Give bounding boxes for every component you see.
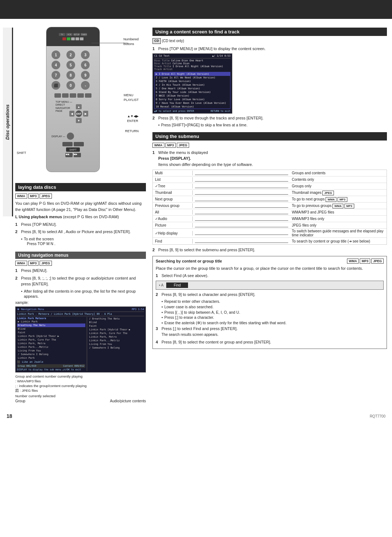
submenu-label-list: List [153,177,193,182]
searching-badge-jpeg: JPEG [371,259,384,264]
submenu-step-2: 2 Press [8, 9] to select the submenu and… [152,247,387,253]
submenu-press-display: Press [DISPLAY]. [158,156,191,160]
content-cd-badges: CD (CD text only) [152,38,387,44]
badge-cd: CD [152,38,161,44]
laying-step-2-text: Press [8, 9] to select All , Audio or Pi… [21,229,131,235]
nav-bullet-1: After listing all the contents in one gr… [21,289,146,299]
searching-step-1: 1 Select Find (A see above). [156,273,384,279]
nav-screen: 🖥 Navigation Menu MP3 1:54 Linkin Park -… [15,306,146,373]
laying-intro: You can play P G files on DVD-RAM or pla… [15,200,146,212]
nav-badge-jpeg: JPEG [40,261,52,266]
searching-header: Searching by content or group title WMA … [156,259,384,264]
laying-badges: WMA MP3 JPEG [15,194,146,199]
nav-annotations: Group and content number currently playi… [15,374,146,398]
submenu-badges: WMA MP3 JPEG [152,143,387,148]
nav-bottom-audio: Audio/picture contents [110,399,146,403]
searching-step-1-text: Select Find (A see above). [162,273,208,279]
submenu-badge-jpeg: JPEG [177,143,189,148]
content-screen-section: Using a content screen to find a track C… [152,28,387,128]
badge-mp3: MP3 [28,194,39,199]
nav-right-3: Faint [89,324,144,328]
nav-right-9: ♪ Somewhere I Belong [89,346,144,350]
nav-screen-info: MP3 1:54 [132,308,144,311]
nav-item-7: Linkin Park...Metriz [17,345,85,349]
searching-section: Searching by content or group title WMA … [152,256,387,349]
nav-annot-wma-text: : WMA/MP3 files [15,379,41,383]
submenu-row-tree: ✓Tree Groups only [153,183,387,190]
nav-right-panel: ♪ Breathing The Netu Blind Faint Linkin … [89,317,144,371]
nav-item-1: ▶ Linkin Park [17,320,85,324]
badge-jpeg: JPEG [40,194,52,199]
nav-screen-footer-left: Group 001/019 Content 009/012 [17,364,85,368]
submenu-step-1-pre: 1 While the menu is displayed Press [DIS… [152,150,387,168]
cd-screen-mockup: C1 Cd Text ▲/ 1/14 0:53 Disc Title Celin… [152,53,232,114]
laying-press-top: Press TOP M N . [27,241,146,246]
nav-bottom-labels: Group Audio/picture contents [15,399,146,403]
searching-bullet-1: Repeat to enter other characters. [162,299,384,304]
submenu-row-picture: Picture JPEG files only [153,222,387,229]
nav-item-8: Living From You [17,349,85,353]
nav-badges: WMA MP3 JPEG [15,261,146,266]
nav-screen-header: 🖥 Navigation Menu MP3 1:54 [17,308,144,312]
submenu-row-multi: Multi Groups and contents [153,170,387,176]
submenu-row-help: ✓Help display To switch between guide me… [153,229,387,238]
badge-cd-note: (CD text only) [162,38,184,44]
badge-wma: WMA [15,194,27,199]
submenu-label-all: All [153,210,193,215]
nav-right-8: Living From You [89,342,144,346]
screen-track-list: ▶ I Drove All Night (Album Version) 2 ♪ … [154,72,230,109]
nav-annot-group-content: Group and content number currently playi… [15,374,146,378]
page-number: 18 [7,413,12,419]
searching-badges: WMA MP3 JPEG [347,259,384,264]
step-L-label: L Using playback menus [15,215,62,219]
submenu-desc-thumbnail: Thumbnail images JPEG [290,190,387,195]
nav-right-1: ♪ Breathing The Netu [89,317,144,321]
nav-item-selected: Breathing The Netu [17,324,85,327]
submenu-row-nextgroup: Next group To go to next groups WMA MP3 [153,196,387,203]
submenu-row-prevgroup: Previous group To go to previous groups … [153,203,387,209]
nav-right-6: Linkin Park, Metro [89,335,144,339]
nav-step-2-text: Press [8, 9, ;, ;, ;] to select the grou… [21,275,146,287]
nav-right-7: Linkin Park...Metriz [89,339,144,342]
nav-item-2: Blind [17,327,85,331]
submenu-label-find: Find [153,239,193,244]
content-bullet-shift: Press [SHIFT]+[PAGE] to skip a few lines… [158,122,387,128]
submenu-label-picture: Picture [153,223,193,228]
nav-step-1: 1 Press [MENU]. [15,268,146,274]
submenu-desc-list: Contents only [290,177,387,182]
nav-screen-title: 🖥 Navigation Menu [17,308,44,311]
submenu-section: Using the submenu WMA MP3 JPEG 1 While t… [152,132,387,349]
submenu-while: While the menu is displayed [158,150,208,155]
submenu-items-note: Items shown differ depending on the type… [158,162,253,167]
searching-bullet-3-text: Press [( , )] to skip between A, E, I, O… [164,310,240,315]
content-step-1: 1 Press [TOP MENU] or [MENU] to display … [152,46,387,52]
screen-header-right: ▲/ 1/14 0:53 [212,54,230,57]
nav-screen-playing: Linkin Park - Meteora / Linkin Park [Hyb… [17,313,144,316]
submenu-desc-nextgroup: To go to next groups WMA MP3 [290,197,387,202]
step-L: L Using playback menus (except P G files… [15,214,146,220]
searching-bullet-2-text: Lower case is also searched. [164,304,213,310]
submenu-step-2-text: Press [8, 9] to select the submenu and p… [158,247,255,253]
page-footer: 18 RQT7700 [0,411,392,421]
find-label: • A [159,283,163,287]
submenu-desc-tree: Groups only [290,184,387,188]
submenu-label-audio: ✓Audio [153,216,193,221]
nav-annot-number-text: Number currently selected [15,394,56,398]
nav-item-4: Linkin Park [Hybrid Theor ▶ [17,334,85,338]
submenu-label-nextgroup: Next group [153,197,193,202]
submenu-table: Multi Groups and contents List Contents … [152,170,387,245]
content-step-2: 2 Press [8, 9] to move through the track… [152,115,387,121]
find-input: Find [166,282,188,288]
searching-step-3-note: The search results screen appears. [162,333,219,337]
content-step-1-text: Press [TOP MENU] or [MENU] to display th… [158,46,265,52]
content-bullet-shift-text: Press [SHIFT]+[PAGE] to skip a few lines… [161,122,248,128]
nav-annot-group2: ; : indicates the group/content currentl… [15,384,146,388]
submenu-desc-audio: WMA/MP3 files only [290,216,387,221]
searching-step-2: 2 Press [8, 9] to select a character and… [156,292,384,298]
searching-bullet-1-text: Repeat to enter other characters. [164,299,220,304]
submenu-desc-help: To switch between guide messages and the… [290,229,387,237]
submenu-label-multi: Multi [153,171,193,175]
searching-badge-mp3: MP3 [360,259,370,264]
nav-annot-jpeg-text: 図 : JPEG files [15,388,38,393]
screen-header-left: C1 Cd Text [154,54,170,57]
